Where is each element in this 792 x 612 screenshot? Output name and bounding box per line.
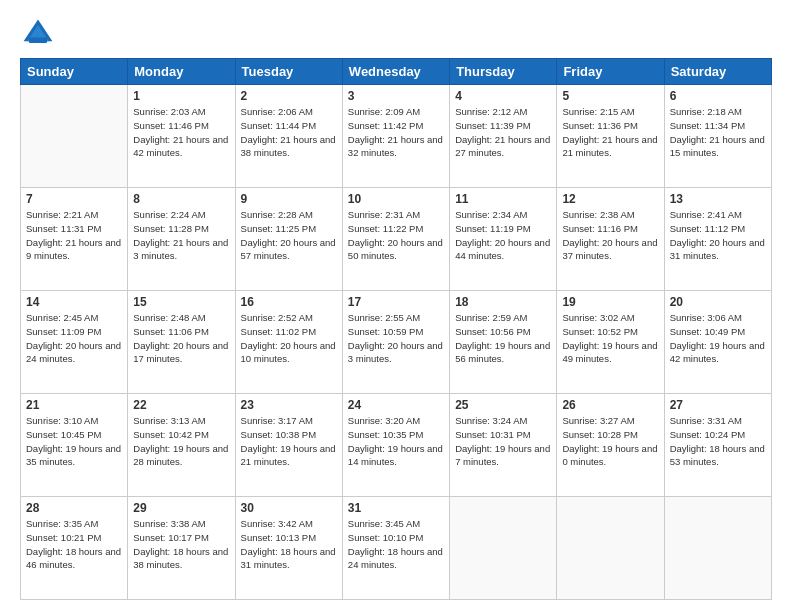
day-number: 16	[241, 295, 337, 309]
calendar-week-row: 1Sunrise: 2:03 AM Sunset: 11:46 PM Dayli…	[21, 85, 772, 188]
day-number: 30	[241, 501, 337, 515]
day-number: 11	[455, 192, 551, 206]
day-info: Sunrise: 2:06 AM Sunset: 11:44 PM Daylig…	[241, 105, 337, 160]
day-info: Sunrise: 2:31 AM Sunset: 11:22 PM Daylig…	[348, 208, 444, 263]
day-number: 7	[26, 192, 122, 206]
day-number: 21	[26, 398, 122, 412]
weekday-header-sunday: Sunday	[21, 59, 128, 85]
day-number: 2	[241, 89, 337, 103]
calendar-cell: 22Sunrise: 3:13 AM Sunset: 10:42 PM Dayl…	[128, 394, 235, 497]
day-number: 13	[670, 192, 766, 206]
calendar-cell: 4Sunrise: 2:12 AM Sunset: 11:39 PM Dayli…	[450, 85, 557, 188]
calendar-week-row: 7Sunrise: 2:21 AM Sunset: 11:31 PM Dayli…	[21, 188, 772, 291]
calendar-cell: 3Sunrise: 2:09 AM Sunset: 11:42 PM Dayli…	[342, 85, 449, 188]
day-info: Sunrise: 2:18 AM Sunset: 11:34 PM Daylig…	[670, 105, 766, 160]
day-info: Sunrise: 2:09 AM Sunset: 11:42 PM Daylig…	[348, 105, 444, 160]
day-info: Sunrise: 3:20 AM Sunset: 10:35 PM Daylig…	[348, 414, 444, 469]
day-info: Sunrise: 2:21 AM Sunset: 11:31 PM Daylig…	[26, 208, 122, 263]
day-number: 17	[348, 295, 444, 309]
calendar-cell: 2Sunrise: 2:06 AM Sunset: 11:44 PM Dayli…	[235, 85, 342, 188]
day-info: Sunrise: 2:34 AM Sunset: 11:19 PM Daylig…	[455, 208, 551, 263]
day-number: 9	[241, 192, 337, 206]
calendar-cell: 13Sunrise: 2:41 AM Sunset: 11:12 PM Dayl…	[664, 188, 771, 291]
calendar-cell: 31Sunrise: 3:45 AM Sunset: 10:10 PM Dayl…	[342, 497, 449, 600]
day-number: 19	[562, 295, 658, 309]
calendar-cell: 18Sunrise: 2:59 AM Sunset: 10:56 PM Dayl…	[450, 291, 557, 394]
calendar-cell: 14Sunrise: 2:45 AM Sunset: 11:09 PM Dayl…	[21, 291, 128, 394]
calendar-cell: 1Sunrise: 2:03 AM Sunset: 11:46 PM Dayli…	[128, 85, 235, 188]
svg-rect-2	[29, 38, 47, 43]
day-info: Sunrise: 3:45 AM Sunset: 10:10 PM Daylig…	[348, 517, 444, 572]
day-info: Sunrise: 3:35 AM Sunset: 10:21 PM Daylig…	[26, 517, 122, 572]
day-number: 6	[670, 89, 766, 103]
calendar-cell: 28Sunrise: 3:35 AM Sunset: 10:21 PM Dayl…	[21, 497, 128, 600]
weekday-header-thursday: Thursday	[450, 59, 557, 85]
day-info: Sunrise: 3:13 AM Sunset: 10:42 PM Daylig…	[133, 414, 229, 469]
calendar-cell: 11Sunrise: 2:34 AM Sunset: 11:19 PM Dayl…	[450, 188, 557, 291]
day-number: 1	[133, 89, 229, 103]
day-info: Sunrise: 2:41 AM Sunset: 11:12 PM Daylig…	[670, 208, 766, 263]
day-info: Sunrise: 2:48 AM Sunset: 11:06 PM Daylig…	[133, 311, 229, 366]
calendar-cell: 26Sunrise: 3:27 AM Sunset: 10:28 PM Dayl…	[557, 394, 664, 497]
day-number: 15	[133, 295, 229, 309]
day-info: Sunrise: 3:06 AM Sunset: 10:49 PM Daylig…	[670, 311, 766, 366]
calendar-cell: 8Sunrise: 2:24 AM Sunset: 11:28 PM Dayli…	[128, 188, 235, 291]
day-info: Sunrise: 2:38 AM Sunset: 11:16 PM Daylig…	[562, 208, 658, 263]
day-number: 29	[133, 501, 229, 515]
calendar-cell: 25Sunrise: 3:24 AM Sunset: 10:31 PM Dayl…	[450, 394, 557, 497]
header	[20, 16, 772, 52]
calendar-cell: 7Sunrise: 2:21 AM Sunset: 11:31 PM Dayli…	[21, 188, 128, 291]
calendar-cell: 24Sunrise: 3:20 AM Sunset: 10:35 PM Dayl…	[342, 394, 449, 497]
calendar-cell: 6Sunrise: 2:18 AM Sunset: 11:34 PM Dayli…	[664, 85, 771, 188]
day-info: Sunrise: 3:17 AM Sunset: 10:38 PM Daylig…	[241, 414, 337, 469]
calendar-cell: 10Sunrise: 2:31 AM Sunset: 11:22 PM Dayl…	[342, 188, 449, 291]
calendar-week-row: 21Sunrise: 3:10 AM Sunset: 10:45 PM Dayl…	[21, 394, 772, 497]
day-number: 28	[26, 501, 122, 515]
day-info: Sunrise: 3:31 AM Sunset: 10:24 PM Daylig…	[670, 414, 766, 469]
calendar-cell: 15Sunrise: 2:48 AM Sunset: 11:06 PM Dayl…	[128, 291, 235, 394]
day-info: Sunrise: 3:24 AM Sunset: 10:31 PM Daylig…	[455, 414, 551, 469]
day-info: Sunrise: 2:03 AM Sunset: 11:46 PM Daylig…	[133, 105, 229, 160]
calendar-cell: 16Sunrise: 2:52 AM Sunset: 11:02 PM Dayl…	[235, 291, 342, 394]
calendar-cell: 9Sunrise: 2:28 AM Sunset: 11:25 PM Dayli…	[235, 188, 342, 291]
calendar-cell	[21, 85, 128, 188]
calendar-cell	[450, 497, 557, 600]
day-info: Sunrise: 2:55 AM Sunset: 10:59 PM Daylig…	[348, 311, 444, 366]
day-number: 14	[26, 295, 122, 309]
calendar-cell: 27Sunrise: 3:31 AM Sunset: 10:24 PM Dayl…	[664, 394, 771, 497]
day-number: 22	[133, 398, 229, 412]
calendar-cell: 29Sunrise: 3:38 AM Sunset: 10:17 PM Dayl…	[128, 497, 235, 600]
day-info: Sunrise: 3:27 AM Sunset: 10:28 PM Daylig…	[562, 414, 658, 469]
weekday-header-tuesday: Tuesday	[235, 59, 342, 85]
page: SundayMondayTuesdayWednesdayThursdayFrid…	[0, 0, 792, 612]
calendar-week-row: 14Sunrise: 2:45 AM Sunset: 11:09 PM Dayl…	[21, 291, 772, 394]
weekday-header-row: SundayMondayTuesdayWednesdayThursdayFrid…	[21, 59, 772, 85]
calendar-cell: 23Sunrise: 3:17 AM Sunset: 10:38 PM Dayl…	[235, 394, 342, 497]
day-number: 20	[670, 295, 766, 309]
day-info: Sunrise: 3:02 AM Sunset: 10:52 PM Daylig…	[562, 311, 658, 366]
logo-icon	[20, 16, 56, 52]
calendar-cell: 17Sunrise: 2:55 AM Sunset: 10:59 PM Dayl…	[342, 291, 449, 394]
day-number: 27	[670, 398, 766, 412]
weekday-header-friday: Friday	[557, 59, 664, 85]
day-info: Sunrise: 2:28 AM Sunset: 11:25 PM Daylig…	[241, 208, 337, 263]
calendar-table: SundayMondayTuesdayWednesdayThursdayFrid…	[20, 58, 772, 600]
day-number: 5	[562, 89, 658, 103]
calendar-cell	[557, 497, 664, 600]
day-info: Sunrise: 3:10 AM Sunset: 10:45 PM Daylig…	[26, 414, 122, 469]
calendar-cell: 20Sunrise: 3:06 AM Sunset: 10:49 PM Dayl…	[664, 291, 771, 394]
day-number: 24	[348, 398, 444, 412]
calendar-cell: 5Sunrise: 2:15 AM Sunset: 11:36 PM Dayli…	[557, 85, 664, 188]
calendar-cell: 30Sunrise: 3:42 AM Sunset: 10:13 PM Dayl…	[235, 497, 342, 600]
weekday-header-wednesday: Wednesday	[342, 59, 449, 85]
day-info: Sunrise: 2:24 AM Sunset: 11:28 PM Daylig…	[133, 208, 229, 263]
weekday-header-monday: Monday	[128, 59, 235, 85]
calendar-cell: 19Sunrise: 3:02 AM Sunset: 10:52 PM Dayl…	[557, 291, 664, 394]
calendar-week-row: 28Sunrise: 3:35 AM Sunset: 10:21 PM Dayl…	[21, 497, 772, 600]
day-info: Sunrise: 2:59 AM Sunset: 10:56 PM Daylig…	[455, 311, 551, 366]
day-number: 18	[455, 295, 551, 309]
logo	[20, 16, 60, 52]
day-info: Sunrise: 3:42 AM Sunset: 10:13 PM Daylig…	[241, 517, 337, 572]
day-info: Sunrise: 2:45 AM Sunset: 11:09 PM Daylig…	[26, 311, 122, 366]
weekday-header-saturday: Saturday	[664, 59, 771, 85]
